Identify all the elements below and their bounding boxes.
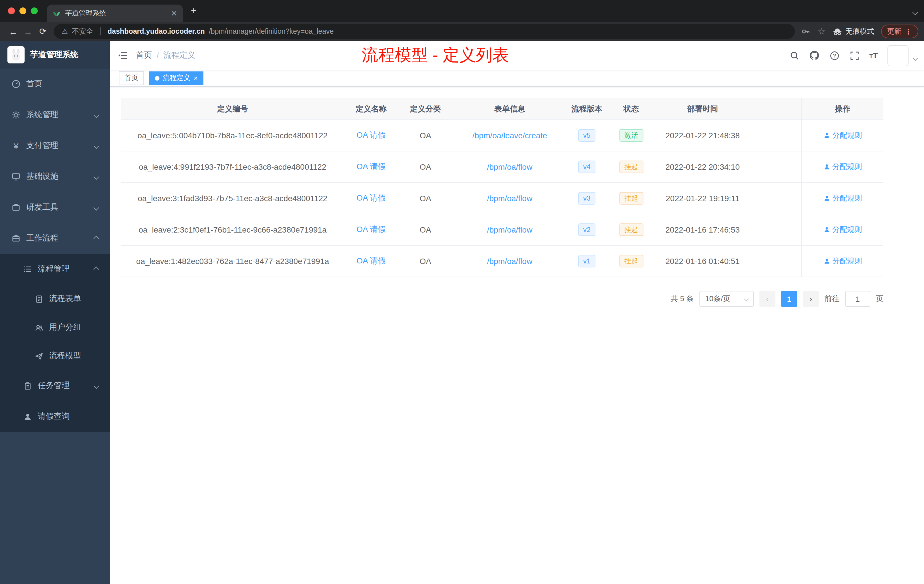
assign-rule-button[interactable]: 分配规则 xyxy=(823,130,862,140)
tab-close-icon[interactable]: ✕ xyxy=(171,9,177,17)
form-link[interactable]: /bpm/oa/flow xyxy=(487,162,533,172)
app-title: 芋道管理系统 xyxy=(30,50,78,60)
breadcrumb-current: 流程定义 xyxy=(163,50,195,61)
tag-close-icon[interactable]: × xyxy=(194,74,198,81)
deploy-time: 2022-01-22 20:34:10 xyxy=(655,152,750,182)
sidebar-item-process-management[interactable]: 流程管理 xyxy=(0,254,110,285)
page-size-select[interactable]: 10条/页 xyxy=(700,291,754,307)
sidebar-item-label: 系统管理 xyxy=(26,110,94,120)
incognito-icon xyxy=(832,26,842,36)
assign-rule-button[interactable]: 分配规则 xyxy=(823,162,862,172)
sidebar-item-label: 请假查询 xyxy=(38,411,98,422)
monitor-icon xyxy=(12,172,21,181)
browser-menu-icon[interactable]: ⋮ xyxy=(905,27,912,36)
browser-tab-strip: 芋道管理系统 ✕ + xyxy=(0,0,924,22)
chevron-down-icon xyxy=(93,143,99,148)
forward-button[interactable]: → xyxy=(21,24,35,39)
definition-id: oa_leave:3:1fad3d93-7b75-11ec-a3c8-acde4… xyxy=(121,183,344,214)
definition-name-link[interactable]: OA 请假 xyxy=(356,162,386,172)
logo-avatar xyxy=(7,46,25,63)
assign-rule-button[interactable]: 分配规则 xyxy=(823,256,862,266)
status-badge: 挂起 xyxy=(619,223,643,236)
person-icon xyxy=(823,132,830,139)
password-key-icon[interactable] xyxy=(800,26,811,36)
browser-toolbar: ← → ⟳ ⚠ 不安全 dashboard.yudao.iocoder.cn/b… xyxy=(0,22,924,41)
annotation-title: 流程模型 - 定义列表 xyxy=(362,44,509,67)
chevron-down-icon xyxy=(93,174,99,180)
version-tag: v1 xyxy=(578,255,596,267)
reload-button[interactable]: ⟳ xyxy=(35,24,50,39)
tag-home[interactable]: 首页 xyxy=(119,71,144,85)
page-content: 定义编号 定义名称 定义分类 表单信息 流程版本 状态 部署时间 操作 oa_l… xyxy=(110,87,924,584)
definition-name-link[interactable]: OA 请假 xyxy=(356,193,386,203)
sidebar-toggle-icon[interactable] xyxy=(110,41,136,70)
column-header: 流程版本 xyxy=(567,98,607,119)
assign-rule-button[interactable]: 分配规则 xyxy=(823,193,862,203)
sidebar-item-user-group[interactable]: 用户分组 xyxy=(0,313,110,342)
sidebar-item-label: 用户分组 xyxy=(49,322,98,333)
window-minimize-button[interactable] xyxy=(20,7,26,14)
avatar-dropdown-icon[interactable] xyxy=(914,52,917,61)
sidebar-item-task-management[interactable]: 任务管理 xyxy=(0,370,110,401)
definition-name-link[interactable]: OA 请假 xyxy=(356,256,386,266)
sidebar-item-leave-query[interactable]: 请假查询 xyxy=(0,401,110,432)
definition-name-link[interactable]: OA 请假 xyxy=(356,130,386,140)
fullscreen-icon[interactable] xyxy=(850,50,860,61)
tags-view-bar: 首页 流程定义 × xyxy=(110,70,924,87)
clipboard-icon xyxy=(23,381,32,390)
sidebar-item-payment[interactable]: ¥ 支付管理 xyxy=(0,130,110,161)
sidebar-item-home[interactable]: 首页 xyxy=(0,69,110,99)
definition-name-link[interactable]: OA 请假 xyxy=(356,224,386,235)
table-row: oa_leave:1:482ec033-762a-11ec-8477-a2380… xyxy=(121,246,883,277)
search-icon[interactable] xyxy=(789,50,800,61)
sidebar-item-devtools[interactable]: 研发工具 xyxy=(0,192,110,223)
definition-category: OA xyxy=(398,152,452,182)
status-badge: 激活 xyxy=(619,129,643,142)
sidebar-item-infrastructure[interactable]: 基础设施 xyxy=(0,161,110,192)
page-goto-input[interactable] xyxy=(845,291,870,307)
goto-label: 前往 xyxy=(825,294,840,304)
new-tab-button[interactable]: + xyxy=(191,5,196,16)
tag-process-definition[interactable]: 流程定义 × xyxy=(149,71,203,85)
help-icon[interactable]: ? xyxy=(830,50,840,61)
sidebar-item-workflow[interactable]: 工作流程 xyxy=(0,223,110,254)
column-header: 操作 xyxy=(801,98,883,119)
definition-id: oa_leave:1:482ec033-762a-11ec-8477-a2380… xyxy=(121,246,344,277)
breadcrumb: 首页 / 流程定义 xyxy=(136,50,195,61)
form-link[interactable]: /bpm/oa/flow xyxy=(487,225,533,234)
sidebar-logo[interactable]: 芋道管理系统 xyxy=(0,41,110,69)
back-button[interactable]: ← xyxy=(6,24,21,39)
next-page-button[interactable]: › xyxy=(803,291,819,307)
breadcrumb-home[interactable]: 首页 xyxy=(136,50,152,61)
definition-table: 定义编号 定义名称 定义分类 表单信息 流程版本 状态 部署时间 操作 oa_l… xyxy=(121,98,883,277)
active-tag-dot xyxy=(155,76,159,80)
sidebar-item-label: 流程管理 xyxy=(38,264,94,274)
chevron-down-icon xyxy=(93,383,99,389)
assign-rule-button[interactable]: 分配规则 xyxy=(823,224,862,235)
tag-label: 流程定义 xyxy=(163,73,190,83)
sidebar-item-process-form[interactable]: 流程表单 xyxy=(0,285,110,313)
form-link[interactable]: /bpm/oa/leave/create xyxy=(472,131,547,140)
sidebar-item-system[interactable]: 系统管理 xyxy=(0,99,110,130)
address-bar[interactable]: ⚠ 不安全 dashboard.yudao.iocoder.cn/bpm/man… xyxy=(54,24,795,39)
prev-page-button[interactable]: ‹ xyxy=(759,291,776,307)
not-secure-icon: ⚠ xyxy=(62,27,68,35)
tab-search-icon[interactable] xyxy=(913,7,917,16)
form-link[interactable]: /bpm/oa/flow xyxy=(487,257,533,266)
page-number-button[interactable]: 1 xyxy=(781,291,797,307)
workflow-submenu: 流程管理 流程表单 xyxy=(0,254,110,432)
font-size-icon[interactable]: TT xyxy=(870,51,878,60)
screen: 芋道管理系统 ✕ + ← → ⟳ ⚠ 不安全 dashboard.yudao.i… xyxy=(0,0,924,584)
sidebar-item-process-model[interactable]: 流程模型 xyxy=(0,342,110,370)
github-icon[interactable] xyxy=(809,50,820,61)
browser-tab[interactable]: 芋道管理系统 ✕ xyxy=(47,5,183,22)
bookmark-star-icon[interactable]: ☆ xyxy=(818,26,825,36)
definition-id: oa_leave:2:3c1f0ef1-76b1-11ec-9c66-a2380… xyxy=(121,214,344,245)
window-close-button[interactable] xyxy=(8,7,15,14)
form-link[interactable]: /bpm/oa/flow xyxy=(487,194,533,203)
person-icon xyxy=(823,258,830,265)
update-button[interactable]: 更新 ⋮ xyxy=(881,25,918,38)
window-zoom-button[interactable] xyxy=(31,7,38,14)
update-label: 更新 xyxy=(887,26,901,36)
user-avatar[interactable] xyxy=(888,45,909,66)
